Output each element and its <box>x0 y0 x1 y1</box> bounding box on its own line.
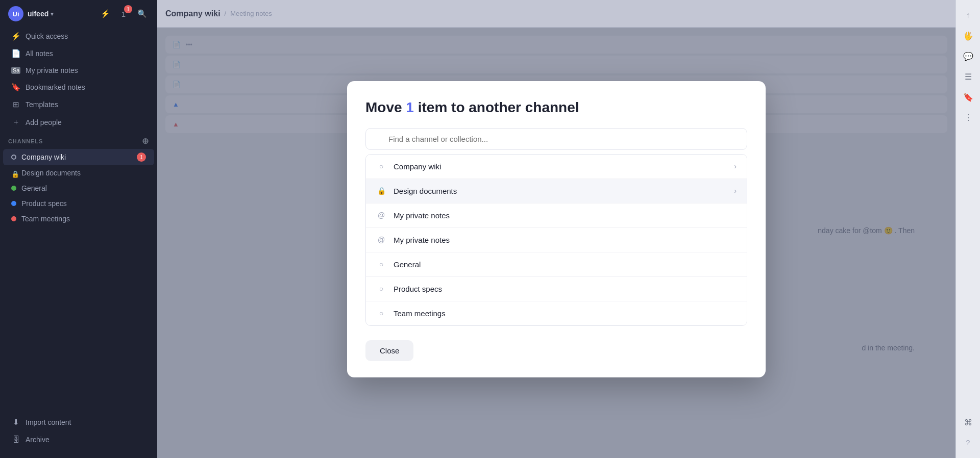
company-wiki-icon: ○ <box>376 162 386 170</box>
sidebar-item-product-specs[interactable]: Product specs <box>3 196 154 211</box>
company-wiki-dot <box>11 155 16 160</box>
sidebar-item-design-documents[interactable]: 🔒 Design documents <box>3 165 154 181</box>
team-meetings-dot <box>11 216 16 221</box>
channel-search-input[interactable] <box>365 128 747 150</box>
sidebar-item-team-meetings[interactable]: Team meetings <box>3 211 154 226</box>
bookmarked-notes-icon: 🔖 <box>11 83 20 92</box>
list-item-general[interactable]: ○ General <box>366 252 747 277</box>
design-docs-list-label: Design documents <box>394 187 457 195</box>
design-docs-chevron: › <box>734 187 737 195</box>
product-specs-list-icon: ○ <box>376 285 386 293</box>
menu-icon[interactable]: ☰ <box>959 67 977 86</box>
design-documents-dot: 🔒 <box>11 170 16 175</box>
bookmark-icon[interactable]: 🔖 <box>959 88 977 106</box>
product-specs-list-label: Product specs <box>394 285 442 293</box>
modal-dialog: Move 1 item to another channel 🔍 ○ Compa… <box>347 81 766 377</box>
workspace-name: uifeed ▾ <box>28 10 54 18</box>
general-dot <box>11 186 16 191</box>
private-notes-1-icon: @ <box>376 211 386 219</box>
archive-icon: 🗄 <box>11 435 20 444</box>
sidebar: Ui uifeed ▾ ⚡ 1 1 🔍 ⚡ Quick access 📄 All… <box>0 0 157 458</box>
general-list-label: General <box>394 260 421 269</box>
general-list-icon: ○ <box>376 260 386 268</box>
modal-title-prefix: Move <box>365 99 406 115</box>
company-wiki-chevron: › <box>734 162 737 170</box>
design-docs-icon: 🔒 <box>376 187 386 195</box>
private-notes-2-label: My private notes <box>394 236 450 244</box>
help-icon[interactable]: ? <box>959 434 977 452</box>
design-documents-label: Design documents <box>21 169 81 177</box>
list-item-my-private-notes-2[interactable]: @ My private notes <box>366 228 747 252</box>
sidebar-item-my-private-notes[interactable]: Sa My private notes <box>3 62 154 79</box>
main-area: Company wiki / Meeting notes 📄 ••• 📄 📄 ▲… <box>157 0 955 458</box>
team-meetings-list-icon: ○ <box>376 309 386 317</box>
my-private-notes-label: My private notes <box>26 66 78 74</box>
my-private-notes-icon: Sa <box>11 67 20 74</box>
keyboard-icon[interactable]: ⌘ <box>959 413 977 431</box>
quick-access-label: Quick access <box>26 32 68 40</box>
notification-icon[interactable]: 1 1 <box>116 7 131 21</box>
sidebar-item-import-content[interactable]: ⬇ Import content <box>3 414 154 431</box>
list-item-design-documents[interactable]: 🔒 Design documents › <box>366 179 747 203</box>
sidebar-item-quick-access[interactable]: ⚡ Quick access <box>3 28 154 45</box>
archive-label: Archive <box>26 436 50 444</box>
templates-label: Templates <box>26 100 58 109</box>
team-meetings-label: Team meetings <box>21 215 70 223</box>
list-item-product-specs[interactable]: ○ Product specs <box>366 277 747 301</box>
import-label: Import content <box>26 418 71 426</box>
upload-icon[interactable]: ↑ <box>959 6 977 24</box>
avatar: Ui <box>8 6 23 21</box>
modal-title-suffix: item to another channel <box>414 99 579 115</box>
import-icon: ⬇ <box>11 418 20 427</box>
company-wiki-list-label: Company wiki <box>394 162 441 171</box>
channels-label: CHANNELS <box>8 138 43 144</box>
templates-icon: ⊞ <box>11 100 20 109</box>
sidebar-item-bookmarked-notes[interactable]: 🔖 Bookmarked notes <box>3 79 154 96</box>
close-button[interactable]: Close <box>365 340 413 361</box>
lightning-icon[interactable]: ⚡ <box>98 7 112 21</box>
bookmarked-notes-label: Bookmarked notes <box>26 83 85 91</box>
list-item-my-private-notes-1[interactable]: @ My private notes <box>366 203 747 228</box>
sidebar-item-templates[interactable]: ⊞ Templates <box>3 96 154 113</box>
add-people-icon: ＋ <box>11 117 20 127</box>
grip-icon[interactable]: 🖐 <box>959 27 977 45</box>
all-notes-label: All notes <box>26 49 53 58</box>
channels-section-header: CHANNELS ⊕ <box>0 131 157 149</box>
header-icons: ⚡ 1 1 🔍 <box>98 7 149 21</box>
list-item-team-meetings[interactable]: ○ Team meetings <box>366 301 747 325</box>
channel-list: ○ Company wiki › 🔒 Design documents › @ … <box>365 154 747 326</box>
quick-access-icon: ⚡ <box>11 32 20 41</box>
add-people-label: Add people <box>26 118 62 126</box>
search-icon[interactable]: 🔍 <box>135 7 149 21</box>
chat-icon[interactable]: 💬 <box>959 47 977 65</box>
product-specs-label: Product specs <box>21 199 67 208</box>
product-specs-dot <box>11 201 16 206</box>
modal-overlay: Move 1 item to another channel 🔍 ○ Compa… <box>157 0 955 458</box>
right-sidebar: ↑ 🖐 💬 ☰ 🔖 ⋮ ⌘ ? <box>955 0 980 458</box>
general-label: General <box>21 184 47 192</box>
sidebar-item-archive[interactable]: 🗄 Archive <box>3 431 154 448</box>
private-notes-1-label: My private notes <box>394 211 450 220</box>
search-wrapper: 🔍 <box>365 128 747 150</box>
sidebar-item-company-wiki[interactable]: Company wiki 1 <box>3 149 154 165</box>
sidebar-item-all-notes[interactable]: 📄 All notes <box>3 45 154 62</box>
sidebar-bottom: ⬇ Import content 🗄 Archive <box>0 412 157 450</box>
sidebar-item-add-people[interactable]: ＋ Add people <box>3 113 154 131</box>
team-meetings-list-label: Team meetings <box>394 309 446 318</box>
private-notes-2-icon: @ <box>376 236 386 244</box>
list-item-company-wiki[interactable]: ○ Company wiki › <box>366 155 747 179</box>
modal-title: Move 1 item to another channel <box>365 99 747 116</box>
add-channel-icon[interactable]: ⊕ <box>142 136 149 146</box>
company-wiki-label: Company wiki <box>21 153 66 161</box>
company-wiki-badge: 1 <box>137 152 146 162</box>
sidebar-header: Ui uifeed ▾ ⚡ 1 1 🔍 <box>0 0 157 28</box>
more-icon[interactable]: ⋮ <box>959 108 977 126</box>
modal-title-count: 1 <box>406 99 414 115</box>
notification-badge: 1 <box>124 5 132 13</box>
all-notes-icon: 📄 <box>11 49 20 58</box>
sidebar-item-general[interactable]: General <box>3 181 154 196</box>
